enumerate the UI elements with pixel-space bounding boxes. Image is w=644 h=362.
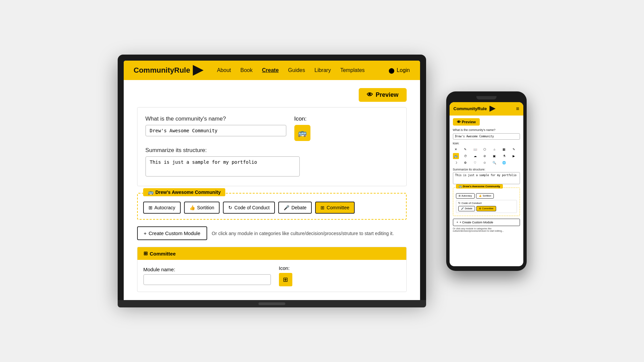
mobile-icon-0[interactable]: ✕ xyxy=(453,146,459,152)
mobile-icon-5[interactable]: ▦ xyxy=(501,146,507,152)
nav-create[interactable]: Create xyxy=(262,67,279,73)
m-coc-label: Code of Conduct xyxy=(462,202,482,205)
login-button[interactable]: ⬤ Login xyxy=(389,67,410,74)
sortition-icon: 👍 xyxy=(189,205,195,210)
mobile-icon-7[interactable]: 🚌 xyxy=(453,153,459,159)
module-committee[interactable]: ⊞ Committee xyxy=(315,202,355,214)
plus-icon: + xyxy=(144,230,147,236)
icon-display[interactable]: 🚌 xyxy=(294,125,310,141)
preview-button[interactable]: 👁 Preview xyxy=(359,88,406,102)
sortition-label: Sortition xyxy=(197,205,214,210)
mobile-icon-9[interactable]: ☁ xyxy=(472,153,478,159)
mobile-create-module-button[interactable]: + + Create Custom Module xyxy=(453,219,520,226)
module-debate[interactable]: 🎤 Debate xyxy=(278,202,312,214)
module-name-input[interactable] xyxy=(143,274,271,285)
mobile-icon-4[interactable]: ⌂ xyxy=(491,146,497,152)
preview-btn-row: 👁 Preview xyxy=(137,88,407,102)
icon-group: Icon: 🚌 xyxy=(294,116,310,141)
mobile-sortition[interactable]: 👍 Sortition xyxy=(476,193,494,199)
community-name-field-group: What is the community's name? xyxy=(145,116,286,136)
mobile-community-header: 🚌 Drew's Awesome Community xyxy=(456,184,503,189)
m-autocracy-label: Autocracy xyxy=(462,195,472,197)
mobile-structure-input[interactable]: This is just a sample for my portfolio xyxy=(453,172,520,184)
module-sortition[interactable]: 👍 Sortition xyxy=(184,202,220,214)
create-module-row: + Create Custom Module Or click any modu… xyxy=(137,226,407,240)
eye-icon: 👁 xyxy=(367,91,373,98)
nav-links: About Book Create Guides Library Templat… xyxy=(217,67,389,73)
module-name-label: Module name: xyxy=(143,267,271,272)
structure-label: Summarize its structure: xyxy=(145,147,398,154)
community-box-header: 🚌 Drew's Awesome Community xyxy=(143,188,226,196)
hamburger-button[interactable]: ≡ xyxy=(516,106,519,112)
mobile-logo-arrow-icon xyxy=(489,106,495,112)
mobile-logo-text: CommunityRule xyxy=(454,106,487,111)
logo[interactable]: CommunityRule xyxy=(134,65,204,76)
logo-text: CommunityRule xyxy=(134,66,190,75)
nav-library[interactable]: Library xyxy=(314,67,331,73)
nav-guides[interactable]: Guides xyxy=(288,67,305,73)
create-hint: Or click any module in categories like c… xyxy=(212,231,394,236)
community-modules: ⊞ Autocracy 👍 Sortition ↻ Code of Conduc… xyxy=(143,202,401,214)
nav-about[interactable]: About xyxy=(217,67,231,73)
mobile-logo: CommunityRule xyxy=(454,106,496,112)
laptop-screen: CommunityRule About Book Create Guides L… xyxy=(124,61,420,300)
committee-label: Committee xyxy=(327,205,349,210)
module-header-icon: ⊞ xyxy=(143,250,148,257)
mobile-icon-label: Icon: xyxy=(453,142,520,145)
mobile-icon-13[interactable]: ▶ xyxy=(511,153,517,159)
mobile-create-label: + Create Custom Module xyxy=(460,221,493,224)
mobile-navbar: CommunityRule ≡ xyxy=(450,102,523,116)
mobile-icon-14[interactable]: ☽ xyxy=(453,160,459,166)
mobile-icon-16[interactable]: ♡ xyxy=(472,160,478,166)
community-bus-icon: 🚌 xyxy=(148,190,154,195)
mobile-screen: CommunityRule ≡ 👁 Preview What is the co… xyxy=(450,102,523,266)
autocracy-label: Autocracy xyxy=(155,205,175,210)
nav-book[interactable]: Book xyxy=(240,67,252,73)
mobile-icon-6[interactable]: ✎ xyxy=(511,146,517,152)
create-module-label: Create Custom Module xyxy=(149,230,200,236)
coc-icon: ↻ xyxy=(228,205,232,210)
mobile-device: CommunityRule ≡ 👁 Preview What is the co… xyxy=(446,91,527,271)
mobile-icon-17[interactable]: ✩ xyxy=(482,160,488,166)
mobile-content: 👁 Preview What is the community's name? … xyxy=(450,116,523,235)
module-icon-display[interactable]: ⊞ xyxy=(279,273,292,286)
mobile-plus-icon: + xyxy=(457,221,458,224)
mobile-debate[interactable]: 🎤 Debate xyxy=(458,206,475,211)
m-sortition-label: Sortition xyxy=(483,195,491,197)
mobile-body: CommunityRule ≡ 👁 Preview What is the co… xyxy=(446,91,527,271)
mobile-icon-15[interactable]: ⚙ xyxy=(462,160,468,166)
m-committee-label: Committee xyxy=(482,207,493,210)
laptop-device: CommunityRule About Book Create Guides L… xyxy=(118,55,426,307)
create-module-button[interactable]: + Create Custom Module xyxy=(137,226,207,240)
structure-input[interactable]: This is just a sample for my portfolio xyxy=(145,156,300,176)
module-autocracy[interactable]: ⊞ Autocracy xyxy=(143,202,181,214)
laptop-content: 👁 Preview What is the community's name? xyxy=(124,80,420,300)
icon-label: Icon: xyxy=(294,116,310,122)
mobile-eye-icon: 👁 xyxy=(457,120,461,124)
laptop-body: CommunityRule About Book Create Guides L… xyxy=(118,55,426,300)
mobile-community-name-input[interactable] xyxy=(453,133,520,140)
mobile-preview-button[interactable]: 👁 Preview xyxy=(453,118,480,126)
mobile-icon-8[interactable]: ⏱ xyxy=(462,153,468,159)
mobile-icon-1[interactable]: ✎ xyxy=(462,146,468,152)
mobile-icon-3[interactable]: ⬡ xyxy=(482,146,488,152)
mobile-coc-row: ↻ Code of Conduct xyxy=(458,202,515,205)
community-name-input[interactable] xyxy=(145,125,286,136)
laptop-navbar: CommunityRule About Book Create Guides L… xyxy=(124,61,420,80)
mobile-icon-2[interactable]: 📖 xyxy=(472,146,478,152)
mobile-icon-18[interactable]: 🔍 xyxy=(491,160,497,166)
module-section-body: Module name: Icon: ⊞ xyxy=(137,260,406,292)
debate-label: Debate xyxy=(291,205,306,210)
module-code-of-conduct[interactable]: ↻ Code of Conduct xyxy=(223,202,275,214)
mobile-icon-10[interactable]: ⊘ xyxy=(482,153,488,159)
mobile-icon-12[interactable]: ⚗ xyxy=(501,153,507,159)
mobile-committee[interactable]: ⊞ Committee xyxy=(476,206,496,211)
mobile-icon-11[interactable]: ▣ xyxy=(491,153,497,159)
mobile-structure-label: Summarize its structure: xyxy=(453,168,520,171)
mobile-bus-icon: 🚌 xyxy=(459,185,462,188)
mobile-icon-19[interactable]: 🌐 xyxy=(501,160,507,166)
logo-arrow-icon xyxy=(193,65,203,76)
mobile-autocracy[interactable]: ⊞ Autocracy xyxy=(456,193,475,199)
mobile-community-title: Drew's Awesome Community xyxy=(463,185,500,188)
nav-templates[interactable]: Templates xyxy=(340,67,365,73)
